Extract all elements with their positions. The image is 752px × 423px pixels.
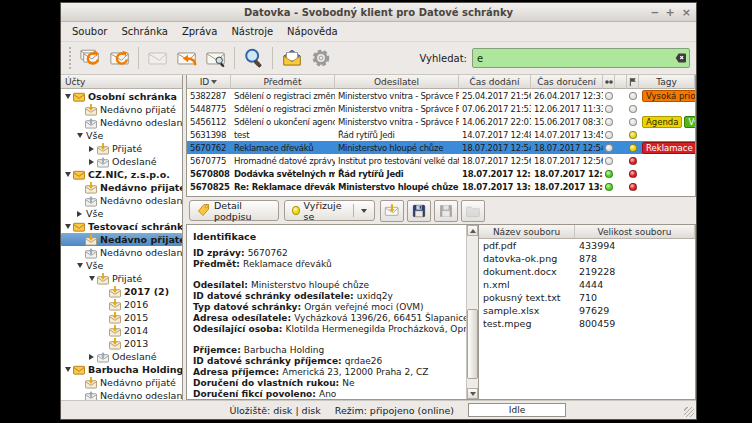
sidebar-item-ned-vno-odeslan[interactable]: Nedávno odeslané	[61, 389, 182, 400]
search-messages-button[interactable]	[240, 45, 267, 72]
tag-badge: Vyřízeno	[684, 116, 695, 128]
flag-cell	[627, 89, 639, 102]
menu-zpr-va[interactable]: Zpráva	[175, 24, 224, 39]
attachment-name[interactable]: pokusný text.txt	[479, 291, 575, 304]
menu-schr-nka[interactable]: Schránka	[114, 24, 175, 39]
close-button[interactable]: ×	[682, 3, 691, 22]
tags-cell: Reklamace	[639, 141, 695, 154]
sidebar-item-p-ijat[interactable]: Přijaté	[61, 272, 182, 285]
scroll-down-icon[interactable]	[467, 388, 478, 399]
sidebar-item-2017-2[interactable]: 2017 (2)	[61, 285, 182, 298]
menu-soubor[interactable]: Soubor	[65, 24, 114, 39]
sidebar-item-odeslan[interactable]: Odeslané	[61, 350, 182, 363]
menu-n-pov-da[interactable]: Nápověda	[280, 24, 345, 39]
expander-open-icon[interactable]	[63, 94, 72, 99]
column-header-as-doru-en[interactable]: Čas doručení	[531, 75, 603, 89]
download-messages-button[interactable]	[106, 45, 133, 72]
detail-group: Příjemce: Barbucha HoldingID datové schr…	[193, 345, 464, 399]
account-icon	[72, 168, 86, 181]
column-header-odes-latel[interactable]: Odesílatel	[335, 75, 459, 89]
attachment-name[interactable]: dokument.docx	[479, 265, 575, 278]
attachment-name[interactable]: sample.xlsx	[479, 304, 575, 317]
tag-badge: Reklamace	[642, 142, 695, 154]
sidebar-item-2014[interactable]: 2014	[61, 324, 182, 337]
sidebar-item-ned-vno-p-ijat[interactable]: Nedávno přijaté	[61, 376, 182, 389]
sidebar-item-testovac-schr-nka[interactable]: Testovací schránka	[61, 220, 182, 233]
column-header-velikost-souboru[interactable]: Velikost souboru	[575, 225, 695, 239]
reply-message-button[interactable]	[173, 45, 200, 72]
clear-search-icon[interactable]	[675, 52, 687, 64]
sidebar-item-odeslan[interactable]: Odeslané	[61, 155, 182, 168]
detail-scrollbar[interactable]	[466, 225, 478, 399]
sidebar-item-ned-vno-p-ijat-4[interactable]: Nedávno přijaté (4)	[61, 181, 182, 194]
column-header-p-edm-t[interactable]: Předmět	[231, 75, 335, 89]
expander-open-icon[interactable]	[63, 224, 72, 229]
attachment-size: 219228	[575, 265, 695, 278]
attachment-name[interactable]: pdf.pdf	[479, 239, 575, 252]
column-header-flag[interactable]	[627, 75, 639, 89]
minimize-button[interactable]: ‒	[651, 3, 659, 22]
toolbar-separator	[234, 47, 235, 69]
maximize-button[interactable]: +	[666, 3, 675, 22]
sidebar-item-barbucha-holding-a-s[interactable]: Barbucha Holding, a.s.	[61, 363, 182, 376]
inbox-icon	[96, 272, 110, 285]
sidebar-item-ned-vno-p-ijat-2[interactable]: Nedávno přijaté (2)	[61, 233, 182, 246]
verify-message-button[interactable]	[202, 45, 229, 72]
signature-detail-button[interactable]: Detail podpisu	[189, 200, 279, 221]
message-status-dropdown[interactable]: Vyřizuje se	[284, 200, 375, 221]
scrollbar-thumb[interactable]	[467, 309, 478, 379]
sidebar-item-osobn-schr-nka[interactable]: Osobní schránka	[61, 90, 182, 103]
expander-open-icon[interactable]	[75, 263, 84, 268]
sidebar-item-label: Nedávno odeslané	[98, 247, 182, 258]
sidebar-item-v-e[interactable]: Vše	[61, 259, 182, 272]
expander-open-icon[interactable]	[63, 172, 72, 177]
settings-gear-button[interactable]	[307, 45, 334, 72]
column-header-tags[interactable]: Tagy	[639, 75, 695, 89]
sidebar-item-label: Nedávno přijaté	[98, 104, 176, 115]
expander-closed-icon[interactable]	[87, 354, 96, 360]
sidebar-item-cz-nic-z-s-p-o[interactable]: CZ.NIC, z.s.p.o.	[61, 168, 182, 181]
column-header-attachment[interactable]	[615, 75, 627, 89]
toolbar-drag-handle-icon[interactable]	[67, 47, 72, 69]
column-header-id[interactable]: ID	[187, 75, 231, 89]
expander-open-icon[interactable]	[87, 276, 96, 281]
flag-cell	[627, 180, 639, 193]
sidebar-item-ned-vno-odeslan[interactable]: Nedávno odeslané	[61, 246, 182, 259]
message-contents-button[interactable]	[278, 45, 305, 72]
expander-open-icon[interactable]	[63, 367, 72, 372]
column-header-n-zev-souboru[interactable]: Název souboru	[479, 225, 575, 239]
message-delivery-time: 18.07.2017 12:56:02	[459, 154, 531, 167]
attachment-name[interactable]: test.mpeg	[479, 317, 575, 330]
expander-closed-icon[interactable]	[87, 146, 96, 152]
scroll-up-icon[interactable]	[467, 225, 478, 236]
search-input[interactable]	[472, 48, 690, 68]
expander-closed-icon[interactable]	[75, 211, 84, 217]
sidebar-item-ned-vno-p-ijat[interactable]: Nedávno přijaté	[61, 103, 182, 116]
sidebar-item-2013[interactable]: 2013	[61, 337, 182, 350]
column-header-as-dod-n[interactable]: Čas dodání	[459, 75, 531, 89]
resize-grip[interactable]	[684, 407, 694, 417]
sidebar-item-v-e[interactable]: Vše	[61, 207, 182, 220]
attachment-name[interactable]: n.xml	[479, 278, 575, 291]
sidebar-item-v-e[interactable]: Vše	[61, 129, 182, 142]
sidebar-item-2015[interactable]: 2015	[61, 311, 182, 324]
column-header-read-receipt[interactable]	[603, 75, 615, 89]
storage-status: Úložiště: disk | disk	[229, 405, 320, 416]
outbox-icon	[84, 389, 98, 400]
sidebar-item-ned-vno-odeslan[interactable]: Nedávno odeslané	[61, 194, 182, 207]
toolbar: Vyhledat:	[61, 42, 696, 75]
message-delivery-time: 18.07.2017 13:02:56	[459, 180, 531, 193]
expander-closed-icon[interactable]	[87, 159, 96, 165]
message-delivery-time: 07.06.2017 21:53:20	[459, 102, 531, 115]
sync-all-accounts-button[interactable]	[77, 45, 104, 72]
outbox-icon	[96, 155, 110, 168]
sidebar-item-p-ijat[interactable]: Přijaté	[61, 142, 182, 155]
attachment-name[interactable]: datovka-ok.png	[479, 252, 575, 265]
save-attachment-button[interactable]	[407, 200, 431, 222]
sidebar-item-2016[interactable]: 2016	[61, 298, 182, 311]
sidebar-item-ned-vno-odeslan[interactable]: Nedávno odeslané	[61, 116, 182, 129]
menu-n-stroje[interactable]: Nástroje	[224, 24, 280, 39]
title-bar[interactable]: Datovka - Svobodný klient pro Datové sch…	[61, 3, 696, 22]
open-attachment-button[interactable]	[380, 200, 404, 222]
expander-open-icon[interactable]	[75, 133, 84, 138]
